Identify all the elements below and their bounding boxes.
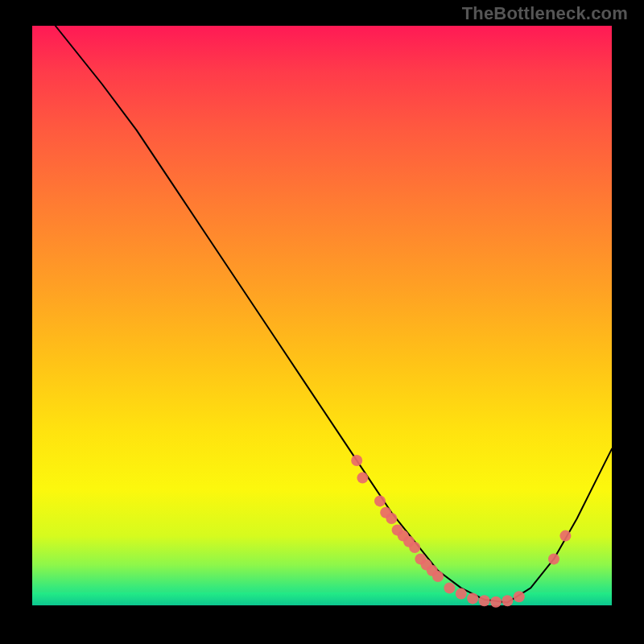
watermark-text: TheBottleneck.com [462, 3, 628, 24]
plot-svg [32, 26, 612, 605]
data-point [409, 542, 420, 553]
data-point [351, 455, 362, 466]
data-point [432, 571, 444, 582]
data-point [374, 495, 386, 506]
data-point [548, 553, 559, 564]
data-point [490, 597, 502, 608]
data-point [479, 595, 490, 606]
data-point [386, 513, 397, 524]
highlight-dots [351, 455, 571, 608]
plot-area [32, 26, 612, 605]
data-point [559, 530, 571, 542]
data-point [502, 595, 513, 606]
data-point [514, 591, 525, 602]
data-point [456, 588, 467, 600]
data-point [357, 473, 368, 484]
bottleneck-curve [56, 26, 612, 602]
data-point [467, 592, 478, 604]
chart-frame: TheBottleneck.com [0, 0, 644, 644]
data-point [444, 582, 455, 593]
